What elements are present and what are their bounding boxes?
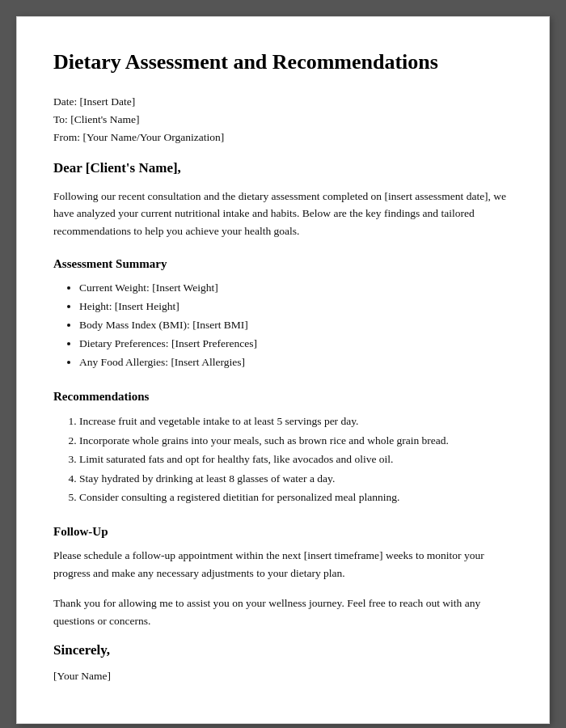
follow-up-heading: Follow-Up [53, 525, 513, 539]
closing-word: Sincerely, [53, 642, 513, 658]
list-item: Body Mass Index (BMI): [Insert BMI] [79, 316, 513, 335]
salutation: Dear [Client's Name], [53, 160, 513, 176]
follow-up-paragraph-2: Thank you for allowing me to assist you … [53, 595, 513, 629]
to-line: To: [Client's Name] [53, 113, 513, 126]
meta-section: Date: [Insert Date] To: [Client's Name] … [53, 95, 513, 144]
recommendations-heading: Recommendations [53, 390, 513, 404]
list-item: Incorporate whole grains into your meals… [79, 431, 513, 451]
signature-name: [Your Name] [53, 670, 513, 683]
list-item: Consider consulting a registered dietiti… [79, 488, 513, 507]
list-item: Limit saturated fats and opt for healthy… [79, 450, 513, 469]
assessment-summary-heading: Assessment Summary [53, 257, 513, 271]
follow-up-paragraph-1: Please schedule a follow-up appointment … [53, 547, 513, 582]
list-item: Current Weight: [Insert Weight] [79, 279, 513, 298]
assessment-bullet-list: Current Weight: [Insert Weight] Height: … [53, 279, 513, 372]
recommendations-list: Increase fruit and vegetable intake to a… [53, 412, 513, 507]
list-item: Increase fruit and vegetable intake to a… [79, 412, 513, 431]
list-item: Any Food Allergies: [Insert Allergies] [79, 353, 513, 372]
list-item: Stay hydrated by drinking at least 8 gla… [79, 469, 513, 489]
document-title: Dietary Assessment and Recommendations [53, 49, 513, 76]
assessment-summary-section: Assessment Summary Current Weight: [Inse… [53, 257, 513, 372]
intro-paragraph: Following our recent consultation and th… [53, 188, 513, 240]
follow-up-section: Follow-Up Please schedule a follow-up ap… [53, 525, 513, 629]
list-item: Dietary Preferences: [Insert Preferences… [79, 335, 513, 353]
list-item: Height: [Insert Height] [79, 298, 513, 316]
from-line: From: [Your Name/Your Organization] [53, 131, 513, 144]
document-container: Dietary Assessment and Recommendations D… [16, 16, 550, 724]
date-line: Date: [Insert Date] [53, 95, 513, 108]
recommendations-section: Recommendations Increase fruit and veget… [53, 390, 513, 507]
